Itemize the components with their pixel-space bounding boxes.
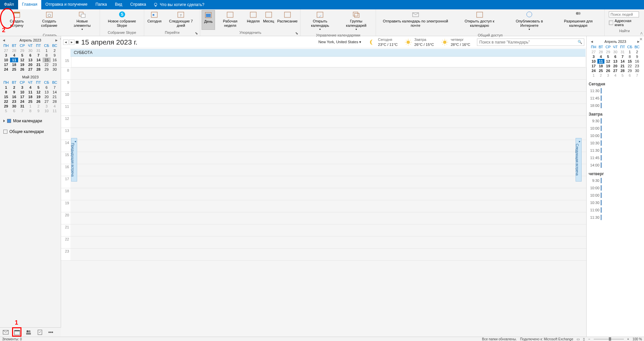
minical-day[interactable]: 4 bbox=[10, 53, 18, 58]
minical-day[interactable]: 12 bbox=[604, 59, 612, 64]
minical-day[interactable]: 1 bbox=[26, 104, 34, 109]
minical-day[interactable]: 9 bbox=[10, 90, 18, 94]
minical-day[interactable]: 29 bbox=[626, 68, 634, 73]
new-skype-meeting-button[interactable]: S Новое собрание Skype bbox=[101, 10, 143, 30]
minical-day[interactable]: 3 bbox=[604, 73, 612, 78]
tab-home[interactable]: Главная bbox=[18, 0, 42, 9]
shared-calendars-group[interactable]: Общие календари bbox=[3, 128, 57, 135]
minical-day[interactable]: 7 bbox=[51, 85, 59, 90]
minical-day[interactable]: 20 bbox=[43, 94, 51, 99]
minical-day[interactable]: 20 bbox=[26, 62, 34, 67]
minical-day[interactable]: 27 bbox=[612, 68, 619, 73]
minical-day[interactable]: 4 bbox=[26, 85, 34, 90]
timeslot-row[interactable]: 10 bbox=[61, 92, 586, 104]
collapse-left-icon[interactable]: ‹ bbox=[60, 37, 61, 41]
minical-day[interactable]: 31 bbox=[18, 104, 26, 109]
timeslot-grid[interactable]: ◂Предыдущая встреча ▸Следующая встреча 8… bbox=[61, 68, 586, 338]
minical-day[interactable]: 5 bbox=[35, 85, 43, 90]
minical-day[interactable]: 28 bbox=[10, 48, 18, 53]
dialog-launcher-icon[interactable]: ⬊ bbox=[195, 31, 198, 35]
tasks-nav-icon[interactable] bbox=[37, 329, 43, 335]
publish-online-button[interactable]: Опубликовать в Интернете▾ bbox=[505, 10, 553, 32]
agenda-item[interactable]: 9:30 bbox=[588, 177, 643, 184]
minical-day[interactable]: 11 bbox=[10, 58, 18, 62]
minical-day[interactable]: 5 bbox=[604, 54, 612, 59]
minical-day[interactable]: 25 bbox=[597, 68, 605, 73]
next-day-button[interactable]: ► bbox=[69, 40, 74, 45]
timeslot-row[interactable]: 14 bbox=[61, 140, 586, 152]
minical-day[interactable]: 23 bbox=[10, 99, 18, 104]
minical-day[interactable]: 6 bbox=[26, 53, 34, 58]
zoom-out-icon[interactable]: − bbox=[588, 337, 590, 341]
minical-day[interactable]: 2 bbox=[597, 73, 605, 78]
minical-day[interactable]: 26 bbox=[18, 67, 26, 72]
new-appointment-button[interactable]: Создать встречу bbox=[1, 10, 32, 32]
minical-day[interactable]: 14 bbox=[35, 58, 43, 62]
tab-view[interactable]: Вид bbox=[111, 0, 126, 9]
minical-day[interactable]: 20 bbox=[612, 64, 619, 68]
timeslot-row[interactable]: 11 bbox=[61, 104, 586, 116]
minical-day[interactable]: 16 bbox=[10, 94, 18, 99]
minical-day[interactable]: 29 bbox=[2, 104, 10, 109]
minical-day[interactable]: 29 bbox=[43, 67, 51, 72]
agenda-item[interactable]: 9:30 bbox=[588, 117, 643, 125]
minical-day[interactable]: 1 bbox=[590, 73, 597, 78]
minical-day[interactable]: 22 bbox=[43, 62, 51, 67]
month-button[interactable]: Месяц bbox=[261, 10, 276, 30]
tell-me[interactable]: Что вы хотите сделать? bbox=[150, 0, 208, 9]
timeslot-row[interactable]: 8 bbox=[61, 68, 586, 80]
agenda-item[interactable]: 10:00 bbox=[588, 132, 643, 139]
next-7-days-button[interactable]: 7 Следующие 7 дней bbox=[163, 10, 199, 30]
minical-day[interactable]: 2 bbox=[35, 104, 43, 109]
tab-help[interactable]: Справка bbox=[126, 0, 150, 9]
minical-next-icon[interactable]: ► bbox=[55, 38, 59, 42]
address-book-button[interactable]: Адресная книга bbox=[609, 19, 640, 27]
agenda-item[interactable]: 11:30 bbox=[588, 214, 643, 221]
tab-send-receive[interactable]: Отправка и получение bbox=[41, 0, 91, 9]
minical-day[interactable]: 25 bbox=[26, 99, 34, 104]
minical-day[interactable]: 24 bbox=[590, 68, 597, 73]
agenda-item[interactable]: 11:30 bbox=[588, 87, 643, 94]
view-reading-icon[interactable]: ▯ bbox=[583, 337, 585, 341]
calendar-nav-icon[interactable] bbox=[14, 329, 20, 335]
minical-day[interactable]: 10 bbox=[18, 90, 26, 94]
minical-day[interactable]: 11 bbox=[597, 59, 605, 64]
minical-day[interactable]: 30 bbox=[51, 67, 59, 72]
minical-day[interactable]: 26 bbox=[604, 68, 612, 73]
weather-location[interactable]: New York, United States ▾ bbox=[318, 40, 361, 44]
minical-day[interactable]: 15 bbox=[626, 59, 634, 64]
timeslot-row[interactable]: 19 bbox=[61, 200, 586, 212]
minical-day[interactable]: 31 bbox=[35, 48, 43, 53]
minical-day[interactable]: 17 bbox=[18, 94, 26, 99]
minical-day[interactable]: 6 bbox=[43, 85, 51, 90]
email-calendar-button[interactable]: Отправить календарь по электронной почте bbox=[377, 10, 454, 32]
minical-day[interactable]: 13 bbox=[26, 58, 34, 62]
minical-day[interactable]: 29 bbox=[604, 50, 612, 54]
agenda-item[interactable]: 14:00 bbox=[588, 161, 643, 169]
week-button[interactable]: Неделя bbox=[245, 10, 261, 30]
minical-day[interactable]: 9 bbox=[35, 109, 43, 113]
minical-day[interactable]: 9 bbox=[633, 54, 641, 59]
day-view-button[interactable]: День bbox=[202, 10, 215, 30]
minical-day[interactable]: 18 bbox=[597, 64, 605, 68]
minical-day[interactable]: 17 bbox=[2, 62, 10, 67]
schedule-button[interactable]: Расписание bbox=[276, 10, 299, 30]
minical-day[interactable]: 4 bbox=[612, 73, 619, 78]
minical-day[interactable]: 12 bbox=[35, 90, 43, 94]
search-calendar-input[interactable] bbox=[477, 39, 584, 46]
minical-day[interactable]: 24 bbox=[2, 67, 10, 72]
minical-day[interactable]: 8 bbox=[2, 90, 10, 94]
goto-today-icon[interactable] bbox=[76, 41, 78, 44]
minical-day[interactable]: 8 bbox=[626, 54, 634, 59]
minical-day[interactable]: 1 bbox=[2, 85, 10, 90]
minical-day[interactable]: 28 bbox=[619, 68, 626, 73]
agenda-item[interactable]: 11:30 bbox=[588, 147, 643, 154]
new-meeting-button[interactable]: Создать собрание bbox=[32, 10, 66, 32]
minical-day[interactable]: 8 bbox=[43, 53, 51, 58]
minical-day[interactable]: 7 bbox=[619, 54, 626, 59]
minical-day[interactable]: 3 bbox=[43, 104, 51, 109]
agenda-item[interactable]: 10:00 bbox=[588, 184, 643, 192]
minical-day[interactable]: 10 bbox=[590, 59, 597, 64]
minical-day[interactable]: 27 bbox=[43, 99, 51, 104]
minical-day[interactable]: 22 bbox=[2, 99, 10, 104]
